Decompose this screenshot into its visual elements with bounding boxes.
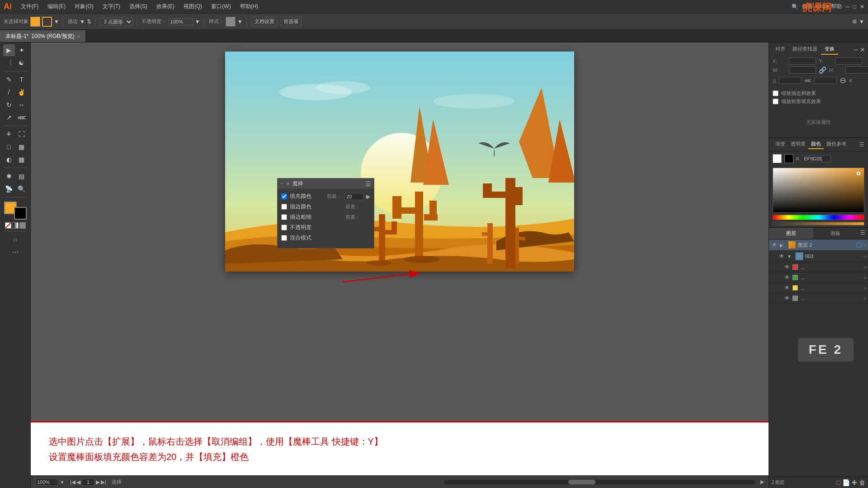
color-gradient-picker[interactable] bbox=[773, 168, 864, 213]
red-item-target[interactable]: ○ bbox=[863, 265, 866, 270]
pathfinder-tab[interactable]: 路径查找器 bbox=[789, 44, 821, 55]
bar-chart-btn[interactable]: ▩ bbox=[16, 154, 28, 165]
page-first-btn[interactable]: |◀ bbox=[70, 479, 75, 485]
horizontal-scrollbar[interactable] bbox=[444, 480, 755, 484]
delete-layer-btn[interactable]: 🗑 bbox=[859, 479, 865, 486]
003-target[interactable]: ○ bbox=[863, 254, 866, 259]
green-item-visibility[interactable]: 👁 bbox=[783, 274, 791, 281]
gray-item-visibility[interactable]: 👁 bbox=[783, 295, 791, 302]
magic-panel-close-btn[interactable]: ✕ bbox=[286, 181, 290, 186]
gray-item-target[interactable]: ○ bbox=[863, 296, 866, 301]
menu-view[interactable]: 视图(Q) bbox=[180, 2, 206, 11]
magic-panel-menu-icon[interactable]: ☰ bbox=[365, 180, 371, 188]
warp-tool-btn[interactable]: ⚘ bbox=[3, 128, 15, 140]
lasso-tool-btn[interactable]: 〈 bbox=[3, 57, 15, 69]
none-color[interactable] bbox=[5, 222, 11, 229]
w-input[interactable] bbox=[789, 66, 816, 74]
toolbar-fill-color[interactable] bbox=[30, 17, 40, 27]
create-layer-btn[interactable]: ✚ bbox=[852, 479, 857, 486]
make-clipping-mask-btn[interactable]: □ bbox=[837, 479, 840, 486]
rotate-tool-btn[interactable]: ↻ bbox=[3, 99, 15, 111]
eyedropper-btn[interactable]: 📡 bbox=[3, 183, 15, 195]
layer-item-green[interactable]: 👁 ... ○ bbox=[769, 272, 868, 283]
toolbar-doc-settings-btn[interactable]: 文档设置 bbox=[251, 17, 278, 26]
transparency-tab[interactable]: 透明度 bbox=[788, 140, 808, 149]
panel-close-btn[interactable]: ✕ bbox=[860, 46, 865, 53]
menu-type[interactable]: 文字(T) bbox=[99, 2, 124, 11]
green-item-target[interactable]: ○ bbox=[863, 275, 866, 280]
text-tool-btn[interactable]: T bbox=[16, 74, 28, 85]
document-tab[interactable]: 未标题-1* 100% (RGB/预览) × bbox=[0, 30, 86, 42]
page-last-btn[interactable]: ▶| bbox=[101, 479, 106, 485]
free-transform-btn[interactable]: ⛶ bbox=[16, 128, 28, 140]
toolbar-style-dropdown-icon[interactable]: ▼ bbox=[237, 19, 243, 25]
gradient-tab[interactable]: 渐变 bbox=[773, 140, 788, 149]
zoom-tool-btn[interactable]: 🔍 bbox=[16, 183, 28, 195]
layer-item-red[interactable]: 👁 ... ○ bbox=[769, 262, 868, 272]
tolerance-input[interactable] bbox=[344, 193, 363, 200]
shear-tool-btn[interactable]: ⋘ bbox=[16, 112, 28, 123]
blob-brush-btn[interactable]: ✌ bbox=[16, 86, 28, 98]
menu-effect[interactable]: 效果(E) bbox=[153, 2, 178, 11]
edit-mode-btn[interactable]: □ bbox=[9, 234, 21, 245]
stroke-width-checkbox[interactable] bbox=[281, 214, 287, 220]
artboards-tab-btn[interactable]: 画板 bbox=[813, 228, 858, 239]
scroll-right-btn[interactable]: ▶ bbox=[760, 479, 764, 485]
stroke-color-checkbox[interactable] bbox=[281, 204, 287, 210]
opacity-checkbox[interactable] bbox=[281, 225, 287, 230]
window-close-icon[interactable]: ✕ bbox=[860, 4, 864, 10]
pen-tool-btn[interactable]: ✎ bbox=[3, 74, 15, 85]
menu-select[interactable]: 选择(S) bbox=[126, 2, 151, 11]
mesh-tool-btn[interactable]: ▦ bbox=[16, 141, 28, 153]
canvas-scroll[interactable]: ─ ✕ 魔棒 ☰ 填充颜色 容差： ▶ bbox=[31, 42, 769, 421]
angle-input[interactable] bbox=[779, 77, 802, 84]
reflect-tool-btn[interactable]: ↔ bbox=[16, 99, 28, 111]
color-panel-menu[interactable]: ☰ bbox=[859, 141, 864, 148]
menu-object[interactable]: 对象(O) bbox=[71, 2, 97, 11]
layers-tab-btn[interactable]: 图层 bbox=[769, 228, 813, 239]
scrollbar-thumb[interactable] bbox=[568, 480, 595, 484]
red-item-visibility[interactable]: 👁 bbox=[783, 263, 791, 271]
003-visibility-icon[interactable]: 👁 bbox=[778, 253, 785, 260]
h-input[interactable] bbox=[845, 66, 868, 74]
magic-panel-titlebar[interactable]: ─ ✕ 魔棒 ☰ bbox=[278, 178, 374, 189]
scale-corners-checkbox[interactable] bbox=[773, 99, 778, 104]
003-expand-icon[interactable]: ▼ bbox=[787, 254, 793, 259]
toolbar-brush-dropdown-icon[interactable]: ▼ bbox=[80, 19, 85, 25]
toolbar-icon-arrange[interactable]: ⚙ bbox=[852, 19, 857, 25]
zoom-dropdown-icon[interactable]: ▼ bbox=[60, 479, 65, 485]
shape-builder-btn[interactable]: □ bbox=[3, 141, 15, 153]
zoom-input[interactable] bbox=[35, 479, 58, 486]
scale-tool-btn[interactable]: ↗ bbox=[3, 112, 15, 123]
fill-color-checkbox[interactable] bbox=[281, 193, 287, 199]
panel-minimize-btn[interactable]: ─ bbox=[854, 46, 858, 53]
tab-close-btn[interactable]: × bbox=[77, 34, 80, 39]
layer-item-yellow[interactable]: 👁 ... ○ bbox=[769, 283, 868, 293]
layer2-lock[interactable]: ○ bbox=[863, 243, 866, 248]
background-color[interactable] bbox=[14, 207, 27, 220]
transform-tab[interactable]: 变换 bbox=[821, 44, 838, 55]
yellow-item-visibility[interactable]: 👁 bbox=[783, 284, 791, 291]
window-maximize-icon[interactable]: □ bbox=[853, 4, 856, 10]
black-swatch[interactable] bbox=[784, 154, 793, 163]
shear-input[interactable] bbox=[814, 77, 837, 84]
color-tab-active[interactable]: 颜色 bbox=[808, 140, 824, 149]
layer2-expand-icon[interactable]: ▶ bbox=[780, 243, 786, 248]
magic-panel-minimize-btn[interactable]: ─ bbox=[280, 181, 283, 186]
column-chart-btn[interactable]: ▤ bbox=[16, 170, 28, 182]
brush-tool-btn[interactable]: / bbox=[3, 86, 15, 98]
menu-help[interactable]: 帮助(H) bbox=[236, 2, 262, 11]
align-tab[interactable]: 对齐 bbox=[772, 44, 789, 55]
toolbar-opacity-input[interactable] bbox=[168, 18, 193, 25]
gradient-swatch[interactable] bbox=[12, 222, 19, 229]
toolbar-icon-more[interactable]: ▼ bbox=[859, 19, 864, 25]
menu-file[interactable]: 文件(F) bbox=[17, 2, 42, 11]
toolbar-brush-arrows[interactable]: ⇅ bbox=[87, 19, 91, 25]
page-next-btn[interactable]: ▶ bbox=[96, 479, 100, 485]
zoom-control[interactable]: ▼ bbox=[35, 479, 65, 486]
pattern-swatch[interactable] bbox=[19, 222, 26, 229]
page-input[interactable] bbox=[81, 479, 95, 486]
tolerance-expand-btn[interactable]: ▶ bbox=[366, 193, 370, 200]
transform-options-btn[interactable]: ≡ bbox=[849, 78, 852, 83]
layer2-target[interactable] bbox=[856, 242, 862, 248]
